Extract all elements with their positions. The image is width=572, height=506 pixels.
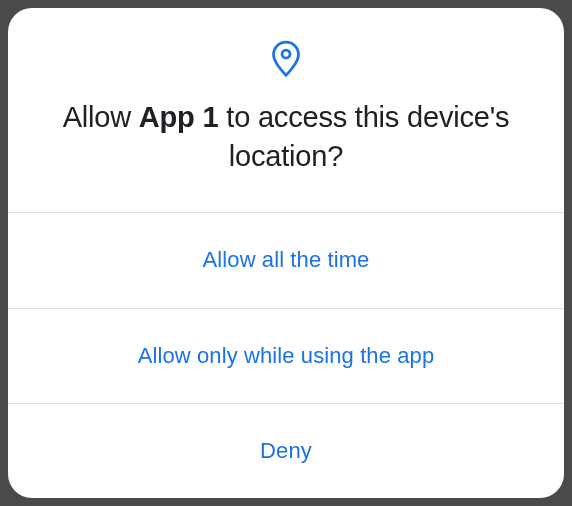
title-suffix: to access this device's location? [218, 101, 509, 172]
options-list: Allow all the time Allow only while usin… [8, 212, 564, 498]
app-name: App 1 [139, 101, 219, 133]
permission-dialog: Allow App 1 to access this device's loca… [8, 8, 564, 498]
dialog-header: Allow App 1 to access this device's loca… [8, 8, 564, 212]
location-pin-icon [271, 40, 301, 78]
allow-always-button[interactable]: Allow all the time [8, 212, 564, 307]
svg-point-0 [282, 50, 290, 58]
dialog-title: Allow App 1 to access this device's loca… [48, 98, 524, 176]
allow-while-using-button[interactable]: Allow only while using the app [8, 308, 564, 403]
deny-button[interactable]: Deny [8, 403, 564, 498]
title-prefix: Allow [63, 101, 139, 133]
icon-container [48, 40, 524, 78]
